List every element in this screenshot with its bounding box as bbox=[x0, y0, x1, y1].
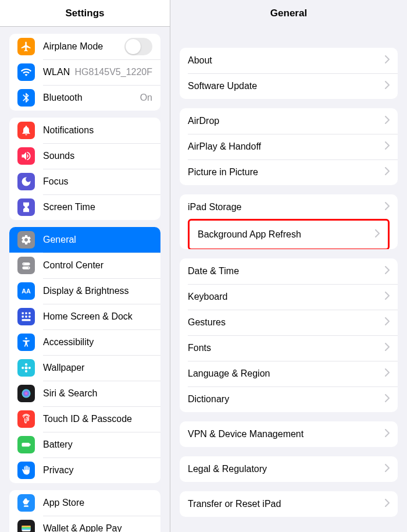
svg-rect-4 bbox=[22, 315, 24, 317]
svg-rect-15 bbox=[22, 443, 30, 447]
svg-point-9 bbox=[25, 367, 28, 370]
settings-row-keyboard[interactable]: Keyboard bbox=[180, 284, 398, 310]
settings-row-label: Fonts bbox=[188, 343, 380, 353]
sidebar-item-bluetooth[interactable]: BluetoothOn bbox=[9, 85, 160, 111]
settings-row-fonts[interactable]: Fonts bbox=[180, 335, 398, 361]
sidebar-item-privacy[interactable]: Privacy bbox=[9, 457, 160, 483]
settings-row-background-app-refresh[interactable]: Background App Refresh bbox=[190, 221, 388, 249]
flower-icon bbox=[17, 359, 35, 377]
sidebar-item-home-screen-dock[interactable]: Home Screen & Dock bbox=[9, 304, 160, 329]
hand-icon bbox=[17, 462, 35, 479]
settings-row-label: Background App Refresh bbox=[198, 229, 370, 240]
sidebar-item-display-brightness[interactable]: AADisplay & Brightness bbox=[9, 278, 160, 304]
bluetooth-icon bbox=[17, 89, 35, 107]
settings-row-label: Date & Time bbox=[188, 266, 380, 276]
aa-icon: AA bbox=[17, 282, 35, 300]
settings-row-dictionary[interactable]: Dictionary bbox=[180, 386, 398, 412]
sidebar-item-airplane-mode[interactable]: Airplane Mode bbox=[9, 34, 160, 59]
sidebar-item-accessibility[interactable]: Accessibility bbox=[9, 329, 160, 355]
sidebar-item-control-center[interactable]: Control Center bbox=[9, 253, 160, 278]
svg-text:AA: AA bbox=[22, 288, 31, 295]
sidebar-item-battery[interactable]: Battery bbox=[9, 432, 160, 457]
sidebar-item-label: Accessibility bbox=[43, 337, 152, 347]
sidebar-item-label: Sounds bbox=[43, 151, 152, 161]
settings-row-language-region[interactable]: Language & Region bbox=[180, 361, 398, 386]
sidebar-item-label: Focus bbox=[43, 176, 152, 187]
sidebar-item-label: Bluetooth bbox=[43, 93, 140, 103]
sidebar-item-focus[interactable]: Focus bbox=[9, 169, 160, 194]
sidebar-item-wlan[interactable]: WLANHG8145V5_1220F bbox=[9, 59, 160, 85]
sidebar-item-value: On bbox=[140, 93, 152, 103]
settings-row-software-update[interactable]: Software Update bbox=[180, 73, 398, 99]
settings-row-label: Language & Region bbox=[188, 368, 380, 379]
settings-sidebar[interactable]: Settings Airplane ModeWLANHG8145V5_1220F… bbox=[0, 0, 170, 532]
settings-row-label: Software Update bbox=[188, 81, 380, 91]
sidebar-item-wallet-apple-pay[interactable]: Wallet & Apple Pay bbox=[9, 516, 160, 532]
settings-row-about[interactable]: About bbox=[180, 48, 398, 73]
settings-row-picture-in-picture[interactable]: Picture in Picture bbox=[180, 159, 398, 185]
settings-row-gestures[interactable]: Gestures bbox=[180, 310, 398, 335]
settings-row-date-time[interactable]: Date & Time bbox=[180, 258, 398, 284]
settings-row-airdrop[interactable]: AirDrop bbox=[180, 108, 398, 134]
sidebar-item-label: Screen Time bbox=[43, 202, 152, 212]
sidebar-item-sounds[interactable]: Sounds bbox=[9, 143, 160, 169]
settings-row-transfer-or-reset-ipad[interactable]: Transfer or Reset iPad bbox=[180, 491, 398, 517]
settings-row-label: About bbox=[188, 55, 380, 66]
settings-row-label: Keyboard bbox=[188, 292, 380, 302]
sidebar-group: Airplane ModeWLANHG8145V5_1220FBluetooth… bbox=[9, 34, 160, 111]
svg-rect-18 bbox=[22, 526, 31, 527]
sidebar-item-label: WLAN bbox=[43, 67, 75, 77]
sidebar-group: GeneralControl CenterAADisplay & Brightn… bbox=[9, 227, 160, 483]
chevron-right-icon bbox=[385, 394, 390, 405]
sidebar-item-wallpaper[interactable]: Wallpaper bbox=[9, 355, 160, 381]
airplane-icon bbox=[17, 38, 35, 55]
settings-group: AboutSoftware Update bbox=[180, 48, 398, 99]
svg-point-12 bbox=[22, 367, 24, 369]
svg-point-13 bbox=[28, 367, 31, 369]
general-panel[interactable]: General AboutSoftware UpdateAirDropAirPl… bbox=[170, 0, 407, 532]
chevron-right-icon bbox=[385, 116, 390, 126]
chevron-right-icon bbox=[385, 266, 390, 276]
grid-icon bbox=[17, 308, 35, 325]
settings-row-airplay-handoff[interactable]: AirPlay & Handoff bbox=[180, 134, 398, 159]
settings-group: VPN & Device Management bbox=[180, 421, 398, 447]
toggle-switch[interactable] bbox=[124, 38, 152, 55]
sidebar-item-label: Touch ID & Passcode bbox=[43, 414, 152, 424]
chevron-right-icon bbox=[385, 292, 390, 302]
chevron-right-icon bbox=[385, 429, 390, 439]
svg-rect-6 bbox=[28, 315, 30, 317]
settings-row-label: AirDrop bbox=[188, 116, 380, 126]
sidebar-item-siri-search[interactable]: Siri & Search bbox=[9, 381, 160, 406]
sidebar-item-touch-id-passcode[interactable]: Touch ID & Passcode bbox=[9, 406, 160, 432]
svg-rect-3 bbox=[28, 313, 30, 314]
main-header: General bbox=[170, 0, 407, 27]
chevron-right-icon bbox=[385, 202, 390, 212]
sidebar-item-app-store[interactable]: App Store bbox=[9, 490, 160, 516]
svg-rect-20 bbox=[22, 529, 31, 530]
hourglass-icon bbox=[17, 198, 35, 216]
chevron-right-icon bbox=[385, 499, 390, 509]
sidebar-item-label: Control Center bbox=[43, 260, 152, 271]
moon-icon bbox=[17, 173, 35, 190]
chevron-right-icon bbox=[385, 317, 390, 328]
settings-row-vpn-device-management[interactable]: VPN & Device Management bbox=[180, 421, 398, 447]
settings-group: Legal & Regulatory bbox=[180, 456, 398, 482]
settings-row-legal-regulatory[interactable]: Legal & Regulatory bbox=[180, 456, 398, 482]
sidebar-item-screen-time[interactable]: Screen Time bbox=[9, 194, 160, 220]
accessibility-icon bbox=[17, 334, 35, 351]
svg-point-8 bbox=[25, 338, 27, 339]
settings-row-label: Dictionary bbox=[188, 394, 380, 405]
svg-rect-7 bbox=[22, 319, 31, 321]
settings-row-ipad-storage[interactable]: iPad Storage bbox=[180, 194, 398, 220]
chevron-right-icon bbox=[385, 167, 390, 178]
sidebar-group: App StoreWallet & Apple Pay bbox=[9, 490, 160, 532]
settings-group: Date & TimeKeyboardGesturesFontsLanguage… bbox=[180, 258, 398, 412]
sidebar-header: Settings bbox=[0, 0, 170, 27]
sidebar-item-notifications[interactable]: Notifications bbox=[9, 118, 160, 143]
speaker-icon bbox=[17, 147, 35, 165]
settings-group: iPad StorageBackground App Refresh bbox=[180, 194, 398, 249]
settings-group: AirDropAirPlay & HandoffPicture in Pictu… bbox=[180, 108, 398, 185]
sidebar-item-general[interactable]: General bbox=[9, 227, 160, 253]
sidebar-item-label: Wallpaper bbox=[43, 363, 152, 373]
siri-icon bbox=[17, 385, 35, 402]
